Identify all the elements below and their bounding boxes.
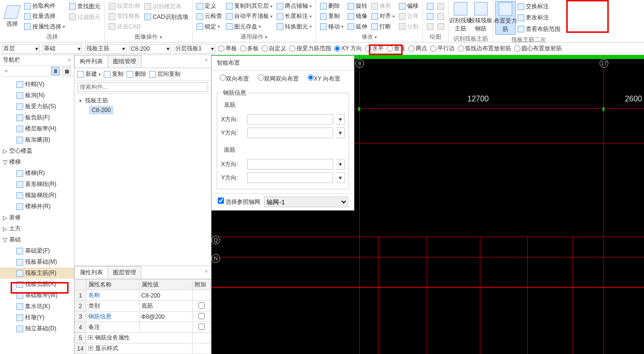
nav-group-stair[interactable]: ▽楼梯 bbox=[0, 156, 74, 168]
nav-item[interactable]: 筏板基础(M) bbox=[0, 256, 74, 268]
nav-close-button[interactable]: × bbox=[68, 57, 71, 64]
prop-row[interactable]: 4备注 bbox=[75, 322, 211, 333]
search-input[interactable] bbox=[77, 82, 208, 92]
nav-group-base[interactable]: ▽基础 bbox=[0, 234, 74, 245]
top-x-input[interactable] bbox=[247, 159, 333, 170]
delete-button[interactable]: 删除 bbox=[319, 1, 345, 11]
group-label-image[interactable]: 图像操作 bbox=[107, 32, 190, 42]
mode-single[interactable]: 单板 bbox=[218, 44, 237, 53]
view-grid-button[interactable]: ▦ bbox=[62, 67, 71, 75]
prop-row[interactable]: 2类别底筋 bbox=[75, 301, 211, 312]
batch-select-button[interactable]: 批量选择 bbox=[23, 12, 66, 21]
bottom-x-dropdown[interactable]: ▾ bbox=[336, 114, 345, 125]
mode-arc[interactable]: 弧线边布置放射筋 bbox=[458, 44, 511, 53]
nav-expand-button[interactable]: ＋ bbox=[3, 67, 10, 75]
delete2-button[interactable]: 删除 bbox=[126, 70, 146, 78]
nav-item[interactable]: 柱帽(V) bbox=[0, 79, 74, 90]
category-select[interactable]: 基础▾ bbox=[42, 44, 82, 54]
top-y-input[interactable] bbox=[247, 172, 333, 183]
offset-button[interactable]: 偏移 bbox=[398, 1, 420, 11]
lock-button[interactable]: 锁定 bbox=[196, 22, 223, 31]
new-button[interactable]: 新建 bbox=[77, 70, 101, 78]
prop-row[interactable]: 1名称C8-200 bbox=[75, 290, 211, 301]
length-mark-button[interactable]: 长度标注 bbox=[276, 12, 313, 21]
complist-root[interactable]: 筏板主筋 bbox=[78, 96, 207, 106]
nav-item-raft-main[interactable]: 筏板主筋(R) bbox=[0, 268, 74, 279]
complist-child[interactable]: C8-200 bbox=[89, 106, 113, 114]
mode-2pt[interactable]: 两点 bbox=[408, 44, 427, 53]
nav-item[interactable]: 板受力筋(S) bbox=[0, 101, 74, 112]
check-raft-button[interactable]: 校核筏板钢筋 bbox=[471, 1, 491, 34]
nav-group-decor[interactable]: ▷装修 bbox=[0, 212, 74, 223]
copy-button[interactable]: 复制 bbox=[319, 12, 345, 21]
copy-other-button[interactable]: 复制到其它层 bbox=[225, 1, 274, 11]
bottom-x-input[interactable] bbox=[247, 114, 333, 125]
view-range-button[interactable]: 查看布筋范围 bbox=[517, 25, 561, 34]
prop-val[interactable]: Φ8@200 bbox=[139, 312, 192, 322]
nav-item[interactable]: 板加腋(B) bbox=[0, 134, 74, 145]
cad-options-button[interactable]: CAD识别选项 bbox=[143, 13, 189, 22]
nav-item[interactable]: 基础梁(F) bbox=[0, 245, 74, 256]
prop-row[interactable]: 3钢筋信息Φ8@200 bbox=[75, 312, 211, 322]
nav-item[interactable]: 柱墩(Y) bbox=[0, 312, 74, 323]
top-y-dropdown[interactable]: ▾ bbox=[336, 172, 345, 183]
prop-row[interactable]: 14+显示样式 bbox=[75, 343, 211, 354]
nav-item[interactable]: 楼梯井(R) bbox=[0, 201, 74, 212]
nav-group-earth[interactable]: ▷土方 bbox=[0, 223, 74, 234]
nav-item[interactable]: 板洞(N) bbox=[0, 90, 74, 101]
layer-select[interactable]: 分层筏板1▾ bbox=[174, 44, 215, 54]
mode-v[interactable]: 垂直 bbox=[387, 44, 406, 53]
nav-item[interactable]: 楼层板带(H) bbox=[0, 123, 74, 134]
convert-button[interactable]: 转换图元 bbox=[276, 22, 313, 31]
ident-main-button[interactable]: 识别筏板主筋 bbox=[450, 1, 471, 34]
prop-ext-chk[interactable] bbox=[198, 313, 205, 319]
complist-close-button[interactable]: × bbox=[205, 57, 208, 64]
align-button[interactable]: 对齐 bbox=[370, 12, 396, 21]
rotate-button[interactable]: 旋转 bbox=[347, 1, 368, 11]
layout-two-way[interactable]: 双向布置 bbox=[220, 74, 249, 83]
layer-copy-button[interactable]: 层间复制 bbox=[149, 70, 181, 78]
auto-align-button[interactable]: 自动平齐顶板 bbox=[225, 12, 274, 21]
layout-two-mesh[interactable]: 双网双向布置 bbox=[258, 74, 299, 83]
nav-item[interactable]: 直形梯段(R) bbox=[0, 179, 74, 190]
floor-select[interactable]: 首层▾ bbox=[2, 44, 40, 54]
type-select[interactable]: 筏板主筋▾ bbox=[85, 44, 126, 54]
mode-h[interactable]: 水平 bbox=[365, 44, 384, 53]
top-x-dropdown[interactable]: ▾ bbox=[336, 159, 345, 170]
prop-val[interactable]: 底筋 bbox=[139, 301, 192, 312]
axis-select[interactable]: 轴网-1 bbox=[264, 197, 348, 207]
bottom-y-dropdown[interactable]: ▾ bbox=[336, 127, 345, 138]
nav-item[interactable]: 螺旋梯段(R) bbox=[0, 190, 74, 201]
tab-component-list[interactable]: 构件列表 bbox=[74, 55, 108, 68]
nav-item[interactable]: 板负筋(F) bbox=[0, 112, 74, 123]
extend-button[interactable]: 延伸 bbox=[347, 22, 368, 31]
group-label-common[interactable]: 通用操作 bbox=[195, 32, 314, 42]
nav-item[interactable]: 楼梯(R) bbox=[0, 168, 74, 179]
edit-mark-button[interactable]: 更改标注 bbox=[517, 13, 561, 22]
define-button[interactable]: 定义 bbox=[196, 1, 223, 11]
bottom-y-input[interactable] bbox=[247, 127, 333, 138]
pick-component-button[interactable]: 拾取构件 bbox=[23, 1, 66, 11]
mode-parallel[interactable]: 平行边 bbox=[430, 44, 455, 53]
draw-save-button[interactable]: 图元存盘 bbox=[225, 22, 274, 31]
nav-item[interactable]: 独立基础(D) bbox=[0, 323, 74, 334]
break-button[interactable]: 打断 bbox=[370, 22, 396, 31]
prop-val[interactable]: C8-200 bbox=[139, 290, 192, 301]
select-button[interactable]: 选择 bbox=[2, 1, 22, 32]
two-point-aux-button[interactable]: 两点辅轴 bbox=[276, 1, 313, 11]
props-close-button[interactable]: × bbox=[205, 268, 208, 275]
nav-item[interactable]: 集水坑(K) bbox=[0, 301, 74, 312]
mode-multi[interactable]: 多板 bbox=[240, 44, 259, 53]
prop-ext-chk[interactable] bbox=[198, 324, 205, 330]
nav-group-hollow[interactable]: ▷空心楼盖 bbox=[0, 145, 74, 156]
nav-item[interactable]: 筏板负筋(X) bbox=[0, 279, 74, 290]
prop-row[interactable]: 5+钢筋业务属性 bbox=[75, 333, 211, 343]
layout-xy[interactable]: XY 向布置 bbox=[308, 74, 340, 83]
mode-custom[interactable]: 自定义 bbox=[262, 44, 286, 53]
swap-mark-button[interactable]: 交换标注 bbox=[517, 2, 561, 11]
copy2-button[interactable]: 复制 bbox=[104, 70, 124, 78]
cloud-check-button[interactable]: 云检查 bbox=[196, 12, 223, 21]
draw-point-button[interactable] bbox=[426, 2, 434, 10]
axis-checkbox[interactable]: 选择参照轴网 bbox=[218, 198, 260, 206]
spec-select[interactable]: C8-200▾ bbox=[129, 44, 171, 54]
